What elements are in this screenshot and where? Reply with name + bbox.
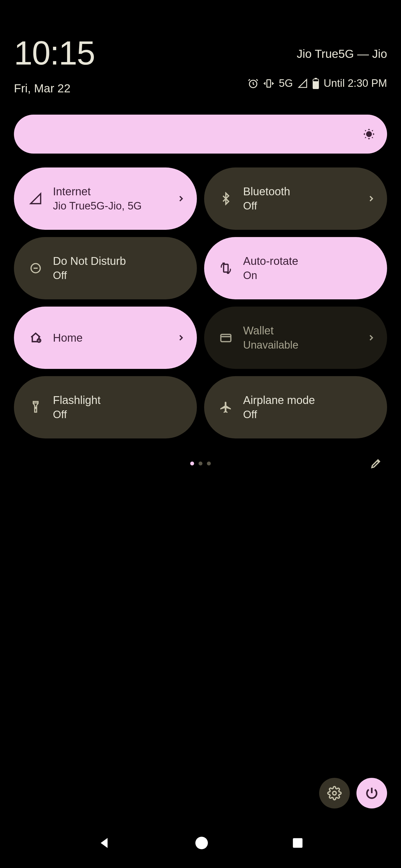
svg-point-13 [195,837,208,849]
tile-subtitle: Off [243,408,376,421]
clock: 10:15 [14,36,95,69]
tile-text: Wallet Unavailable [243,324,367,352]
tile-subtitle: Off [243,200,367,213]
page-dot-3 [207,462,211,465]
tile-autorotate[interactable]: Auto-rotate On [204,237,387,299]
tile-bluetooth[interactable]: Bluetooth Off [204,167,387,230]
nav-home-button[interactable] [194,835,209,850]
tile-wallet[interactable]: Wallet Unavailable [204,307,387,369]
tile-title: Airplane mode [243,393,376,407]
chevron-right-icon[interactable] [176,333,186,342]
svg-rect-1 [267,80,271,87]
battery-until-text: Until 2:30 PM [323,78,387,89]
home-circle-icon [194,835,209,850]
power-button[interactable] [356,778,387,808]
tile-text: Bluetooth Off [243,185,367,213]
svg-point-6 [367,132,371,136]
nav-back-button[interactable] [97,835,112,850]
chevron-right-icon[interactable] [176,194,186,204]
gear-icon [327,786,342,800]
date: Fri, Mar 22 [14,82,95,95]
pager-row [14,455,387,472]
alarm-icon [248,78,259,89]
vibrate-icon [263,78,274,89]
home-icon [28,330,44,345]
tile-text: Auto-rotate On [243,254,376,282]
tile-flashlight[interactable]: Flashlight Off [14,376,197,438]
page-dot-2 [199,462,202,465]
page-dot-1 [190,462,194,465]
tile-title: Auto-rotate [243,254,376,268]
battery-icon [312,78,319,89]
carrier-label: Jio True5G — Jio [248,47,387,61]
tile-dnd[interactable]: Do Not Disturb Off [14,237,197,299]
tile-subtitle: On [243,269,376,282]
tile-internet[interactable]: Internet Jio True5G-Jio, 5G [14,167,197,230]
tile-text: Home [53,331,176,344]
svg-rect-8 [224,264,228,272]
svg-point-11 [35,407,36,408]
header-right: Jio True5G — Jio 5G [248,36,387,89]
svg-rect-14 [293,838,303,848]
chevron-right-icon[interactable] [367,333,376,342]
navigation-bar [0,829,401,857]
airplane-icon [218,400,234,415]
page-indicator [190,462,211,465]
footer-buttons [319,778,387,808]
svg-point-12 [333,792,336,795]
brightness-icon [362,127,376,141]
tile-title: Bluetooth [243,185,367,198]
tile-text: Do Not Disturb Off [53,254,186,282]
bluetooth-icon [218,191,234,207]
flashlight-icon [28,400,44,415]
settings-button[interactable] [319,778,350,808]
svg-rect-10 [221,334,231,342]
tile-airplane[interactable]: Airplane mode Off [204,376,387,438]
edit-tiles-button[interactable] [368,455,384,472]
power-icon [365,786,379,800]
tile-title: Wallet [243,324,367,337]
tile-subtitle: Jio True5G-Jio, 5G [53,200,176,213]
brightness-slider[interactable] [14,115,387,154]
tile-title: Home [53,331,176,344]
pencil-icon [370,457,382,470]
header: 10:15 Fri, Mar 22 Jio True5G — Jio 5G [14,0,387,95]
tile-subtitle: Unavailable [243,339,367,352]
status-icons: 5G Until 2:30 PM [248,78,387,89]
tile-subtitle: Off [53,269,186,282]
tile-title: Flashlight [53,393,186,407]
tile-subtitle: Off [53,408,186,421]
back-triangle-icon [97,835,112,850]
autorotate-icon [218,260,234,276]
signal-icon [28,191,44,207]
nav-recents-button[interactable] [291,837,304,849]
signal-icon [297,78,308,89]
tile-title: Do Not Disturb [53,254,186,268]
qs-tiles-grid: Internet Jio True5G-Jio, 5G Bluetooth Of… [14,167,387,438]
header-left: 10:15 Fri, Mar 22 [14,36,95,95]
dnd-icon [28,260,44,276]
chevron-right-icon[interactable] [367,194,376,204]
tile-title: Internet [53,185,176,198]
recents-square-icon [291,837,304,849]
tile-home[interactable]: Home [14,307,197,369]
network-type: 5G [279,78,293,89]
quick-settings-panel: 10:15 Fri, Mar 22 Jio True5G — Jio 5G [0,0,401,868]
tile-text: Internet Jio True5G-Jio, 5G [53,185,176,213]
tile-text: Airplane mode Off [243,393,376,421]
wallet-icon [218,330,234,345]
tile-text: Flashlight Off [53,393,186,421]
